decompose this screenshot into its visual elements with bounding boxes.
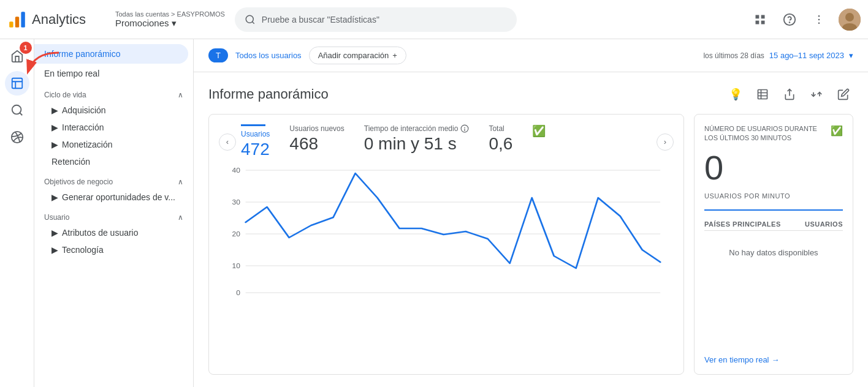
sidebar-item-generate[interactable]: ▶ Generar oportunidades de v... bbox=[34, 189, 193, 206]
logo-area: Analytics bbox=[7, 10, 105, 29]
grid-icon bbox=[754, 13, 766, 26]
title-toolbar: 💡 bbox=[726, 85, 853, 104]
segment-text[interactable]: Todos los usuarios bbox=[235, 51, 302, 60]
nav-reports[interactable] bbox=[5, 71, 29, 96]
sidebar-item-acquisition[interactable]: ▶ Adquisición bbox=[34, 102, 193, 119]
collapse-icon[interactable]: ∧ bbox=[178, 178, 183, 186]
sidebar-item-technology[interactable]: ▶ Tecnología bbox=[34, 241, 193, 258]
rp-checkmark-icon: ✅ bbox=[831, 124, 843, 138]
sidebar-item-monetization[interactable]: ▶ Monetización bbox=[34, 136, 193, 153]
reports-icon bbox=[10, 77, 24, 90]
rp-big-number: 0 bbox=[704, 151, 843, 185]
rp-no-data: No hay datos disponibles bbox=[704, 238, 843, 267]
explore-icon bbox=[10, 103, 24, 117]
notification-badge: 1 bbox=[20, 42, 32, 54]
section-lifecycle: Ciclo de vida ∧ bbox=[34, 83, 193, 102]
right-panel: NÚMERO DE USUARIOS DURANTE LOS ÚLTIMOS 3… bbox=[694, 114, 853, 375]
dropdown-icon: ▾ bbox=[172, 18, 177, 29]
metrics-prev-button[interactable]: ‹ bbox=[219, 133, 236, 151]
checkmark-icon: ✅ bbox=[532, 124, 546, 138]
edit-icon-btn[interactable] bbox=[834, 85, 853, 104]
segment-tag[interactable]: T bbox=[208, 48, 228, 62]
svg-point-15 bbox=[845, 13, 854, 21]
icon-nav: 1 bbox=[0, 39, 34, 387]
advertising-icon bbox=[10, 130, 24, 144]
sidebar-item-panoramic[interactable]: Informe panorámico bbox=[34, 44, 188, 64]
nav-home[interactable]: 1 bbox=[5, 44, 29, 69]
arrow-right-icon: → bbox=[772, 355, 780, 364]
edit-icon bbox=[837, 88, 850, 100]
metric-engagement-label[interactable]: Tiempo de interacción medio bbox=[364, 124, 470, 133]
table-icon-btn[interactable] bbox=[753, 85, 772, 104]
content-area: T Todos los usuarios Añadir comparación … bbox=[194, 39, 868, 387]
compare-icon-btn[interactable] bbox=[807, 85, 826, 104]
metric-engagement-value: 0 min y 51 s bbox=[364, 134, 470, 154]
help-icon-btn[interactable] bbox=[780, 10, 799, 29]
nav-explore[interactable] bbox=[5, 98, 29, 122]
sidebar-item-interaction[interactable]: ▶ Interacción bbox=[34, 119, 193, 136]
add-comparison-button[interactable]: Añadir comparación + bbox=[309, 47, 406, 64]
chevron-right-icon: ▶ bbox=[51, 140, 58, 149]
sidebar-item-realtime[interactable]: En tiempo real bbox=[34, 64, 193, 83]
metric-total-label[interactable]: Total bbox=[489, 124, 512, 133]
svg-rect-17 bbox=[12, 78, 22, 89]
chevron-down-icon[interactable]: ▾ bbox=[849, 51, 853, 60]
collapse-icon[interactable]: ∧ bbox=[178, 213, 183, 222]
chevron-right-icon: ▶ bbox=[51, 192, 58, 202]
page-title-row: Informe panorámico 💡 bbox=[208, 85, 853, 104]
collapse-icon[interactable]: ∧ bbox=[178, 91, 183, 99]
rp-title: NÚMERO DE USUARIOS DURANTE LOS ÚLTIMOS 3… bbox=[704, 124, 843, 143]
more-icon-btn[interactable] bbox=[809, 10, 829, 29]
svg-rect-2 bbox=[21, 12, 25, 28]
chevron-right-icon: ▶ bbox=[51, 105, 58, 115]
search-placeholder: Pruebe a buscar "Estadísticas" bbox=[262, 15, 379, 24]
content-body: Informe panorámico 💡 bbox=[194, 72, 868, 387]
grid-icon-btn[interactable] bbox=[750, 10, 770, 29]
metric-users-label[interactable]: Usuarios bbox=[241, 130, 270, 138]
rp-col1-header: PAÍSES PRINCIPALES bbox=[704, 220, 781, 228]
chart-container: 40 30 20 10 0 20 ago 27 03 sept 10 bbox=[219, 164, 674, 364]
metric-new-users-value: 468 bbox=[289, 134, 344, 154]
metric-users-value: 472 bbox=[241, 140, 270, 159]
avatar[interactable] bbox=[839, 9, 861, 31]
metric-new-users: Usuarios nuevos 468 bbox=[289, 124, 344, 154]
svg-point-13 bbox=[818, 22, 820, 24]
svg-rect-1 bbox=[15, 17, 19, 28]
lightbulb-icon-btn[interactable]: 💡 bbox=[726, 85, 745, 104]
svg-text:20: 20 bbox=[232, 230, 240, 237]
rp-realtime-link[interactable]: Ver en tiempo real → bbox=[704, 355, 843, 364]
metric-total-value: 0,6 bbox=[489, 134, 512, 154]
help-icon bbox=[783, 13, 796, 26]
metrics-next-button[interactable]: › bbox=[657, 133, 674, 151]
metric-tab-indicator bbox=[241, 124, 265, 126]
share-icon bbox=[783, 88, 796, 100]
sidebar-item-attributes[interactable]: ▶ Atributos de usuario bbox=[34, 224, 193, 241]
page-title: Informe panorámico bbox=[208, 86, 329, 102]
chevron-right-icon: ▶ bbox=[51, 245, 58, 255]
chevron-right-icon: ▶ bbox=[51, 228, 58, 238]
rp-col2-header: USUARIOS bbox=[805, 220, 843, 228]
svg-rect-0 bbox=[9, 21, 13, 28]
topbar: Analytics Todas las cuentas > EASYPROMOS… bbox=[0, 0, 868, 39]
search-bar[interactable]: Pruebe a buscar "Estadísticas" bbox=[235, 7, 517, 32]
sidebar-item-retention[interactable]: Retención bbox=[34, 153, 193, 170]
metric-new-users-label[interactable]: Usuarios nuevos bbox=[289, 124, 344, 133]
svg-line-4 bbox=[252, 21, 254, 23]
breadcrumb-bottom[interactable]: Promociones ▾ bbox=[115, 18, 225, 29]
svg-point-28 bbox=[465, 130, 465, 130]
content-header: T Todos los usuarios Añadir comparación … bbox=[194, 39, 868, 72]
share-icon-btn[interactable] bbox=[780, 85, 799, 104]
svg-rect-22 bbox=[758, 90, 767, 99]
breadcrumb-top: Todas las cuentas > EASYPROMOS bbox=[115, 10, 225, 18]
date-range-value[interactable]: 15 ago–11 sept 2023 bbox=[769, 51, 844, 60]
chart-panel: ‹ Usuarios 472 Usuarios nuevos 468 bbox=[208, 114, 684, 375]
svg-point-12 bbox=[818, 18, 820, 20]
nav-advertising[interactable] bbox=[5, 125, 29, 149]
svg-text:30: 30 bbox=[232, 198, 240, 205]
app-title: Analytics bbox=[32, 12, 86, 28]
svg-rect-5 bbox=[756, 15, 760, 18]
rp-divider bbox=[704, 209, 843, 211]
metrics-content: Usuarios 472 Usuarios nuevos 468 Tiempo … bbox=[241, 124, 652, 159]
main-layout: 1 Informe panorá bbox=[0, 39, 868, 387]
more-vertical-icon bbox=[813, 13, 825, 26]
